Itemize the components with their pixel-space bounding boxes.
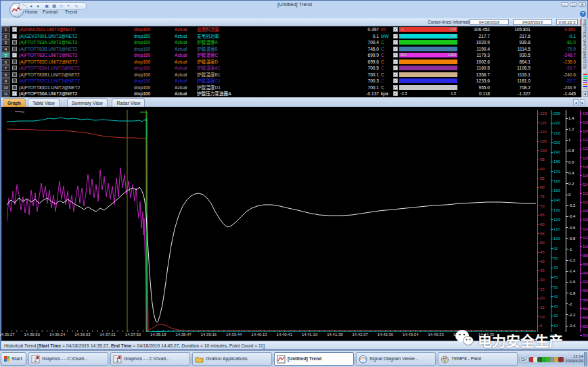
table-row[interactable]: 5✓(A)FTOTT83C.UNIT2@NET2drop160Actual炉膛温… (1, 52, 581, 59)
series-generator-power-MW (7, 118, 536, 332)
help-icon[interactable]: ? (580, 11, 586, 17)
taskbar-button-signal[interactable]: Signal Diagram Viewe... (356, 352, 436, 366)
axis-label: 90 (553, 247, 558, 251)
cursor-row-checkbox[interactable]: ✓ (393, 34, 398, 39)
axis-label: 40 (553, 295, 558, 299)
signal-line-icon[interactable]: ∿ (74, 3, 78, 8)
axis-tick (537, 233, 539, 234)
window-title: [Untitled] Trend (1, 1, 588, 7)
strip-scroll-down-icon[interactable]: ▾ (583, 91, 588, 97)
menu-home[interactable]: Home (25, 9, 38, 14)
start-button[interactable]: Start (1, 352, 26, 366)
axis-tick (566, 238, 568, 239)
signal-name: (A)FTOTT83D1.UNIT2@NET2 (19, 84, 133, 91)
menu-trend[interactable]: Trend (65, 9, 77, 14)
cursor-row-checkbox[interactable]: ✓ (393, 91, 398, 96)
axis-tick (537, 141, 539, 142)
forward-arrow-icon[interactable]: ▸ (37, 3, 39, 8)
chart-window-dropdown-icon[interactable]: ▣ (45, 3, 49, 8)
signal-description: 发电机功率 (197, 33, 298, 40)
tab-graph[interactable]: Graph (3, 98, 26, 107)
signal-value: 700.1 (319, 72, 379, 78)
row-checkbox[interactable]: ✓ (12, 27, 17, 32)
cursor-row-checkbox[interactable]: ✓ (393, 40, 398, 45)
paint-icon (440, 355, 449, 364)
table-row[interactable]: 2✓(A)GEV3T001.UNIT2@NET2drop160Actual发电机… (1, 33, 581, 40)
row-checkbox[interactable] (12, 85, 17, 90)
grid-icon[interactable]: ▦ (52, 3, 56, 8)
taskbar-button-folder[interactable]: Ovation Applications (192, 352, 272, 366)
table-row[interactable]: 11✓(A)FTOPT56A.UNIT2@NET2drop160Actual炉膛… (1, 91, 581, 97)
axis-label: 115 (540, 121, 547, 125)
row-checkbox[interactable] (12, 59, 17, 64)
highlight-icon[interactable]: ◇ (60, 3, 63, 8)
taskbar-button-graphics-2[interactable]: 2Graphics - - C:\Ovati... (28, 352, 108, 366)
axis-label: 1300 (583, 112, 588, 116)
row-checkbox[interactable] (12, 72, 17, 77)
axis-label: 60 (553, 275, 558, 279)
axis-label: 50 (540, 241, 545, 245)
row-checkbox[interactable]: ✓ (12, 91, 17, 96)
axis-tick (566, 249, 568, 249)
trend-graph-area[interactable]: 1201151101051009590858075706560555045403… (1, 107, 588, 341)
table-row[interactable]: 1✓(A)03A02601.UNIT2@NET2drop160Actual总燃料… (1, 26, 581, 33)
trend-chart-dropdown-icon[interactable]: 📉 (22, 3, 28, 8)
time-label: 14:39:44 (221, 333, 248, 337)
axis-tick (580, 282, 582, 283)
row-checkbox[interactable] (12, 40, 17, 45)
axis-tick (566, 195, 568, 195)
tab-radar-view[interactable]: Radar View (112, 98, 145, 107)
cursor-delta-field[interactable]: 0:00:22.5 (556, 19, 578, 25)
trend-plot[interactable] (7, 110, 536, 332)
cursor-row-checkbox[interactable]: ✓ (393, 47, 398, 51)
cursor-time2-field[interactable]: 04/18/2019 14:38:00.300 (513, 19, 552, 25)
show-desktop-button[interactable] (584, 352, 587, 366)
row-checkbox[interactable] (12, 78, 17, 83)
row-checkbox[interactable]: ✓ (12, 34, 17, 39)
tab-table-view[interactable]: Table View (28, 98, 60, 107)
back-arrow-icon[interactable]: ◂ (30, 3, 32, 8)
table-side-strip[interactable]: FTOTT83C.UNIT2@NET2 [5] ▾ (581, 18, 588, 97)
tab-scroll-left-icon[interactable]: ◂ (573, 99, 579, 105)
taskbar-button-label: Graphics - - C:\Ovati... (124, 353, 170, 365)
menu-format[interactable]: Format (43, 9, 58, 14)
taskbar-clock[interactable]: 13:142019/4/20 (564, 354, 583, 364)
taskbar-button-trend[interactable]: [Untitled] Trend (274, 352, 354, 366)
table-row[interactable]: 10(A)FTOTT83D1.UNIT2@NET2drop160Actual炉膛… (1, 84, 581, 91)
taskbar-button-paint[interactable]: TEMP8 - Paint (438, 352, 518, 366)
language-indicator[interactable]: CH (520, 357, 528, 362)
axis-tick (537, 252, 539, 253)
axis-label: 80 (553, 256, 558, 260)
cursor-row-checkbox[interactable]: ✓ (393, 27, 398, 32)
graphics-1-icon: 1 (113, 355, 122, 364)
tab-scroll-right-icon[interactable]: ▸ (580, 99, 585, 105)
table-row[interactable]: 7(A)FTOTT83A1.UNIT2@NET2drop160Actual炉膛温… (1, 65, 581, 72)
cursor-row-checkbox[interactable]: ✓ (393, 78, 398, 83)
table-row[interactable]: 9(A)FTOTT83C1.UNIT2@NET2drop160Actual炉膛温… (1, 78, 581, 84)
row-checkbox[interactable] (12, 47, 17, 51)
axis-label: 5 (540, 324, 542, 328)
tray-icon[interactable] (558, 357, 564, 362)
cursor-row-checkbox[interactable]: ✓ (393, 53, 398, 57)
row-checkbox[interactable] (12, 66, 17, 70)
table-row[interactable]: 3(A)FTOTT83A.UNIT2@NET2drop160Actual炉膛温度… (1, 39, 581, 46)
close-button[interactable]: ✕ (579, 2, 586, 7)
add-dropdown-icon[interactable]: + (67, 3, 70, 8)
taskbar-button-graphics-1[interactable]: 1Graphics - - C:\Ovati... (110, 352, 190, 366)
cursor-row-checkbox[interactable]: ✓ (393, 59, 398, 64)
signal-unit: C (381, 46, 393, 53)
axis-tick (566, 129, 568, 130)
cursor-row-checkbox[interactable]: ✓ (393, 85, 398, 90)
cursor-row-checkbox[interactable]: ✓ (393, 72, 398, 77)
minimize-button[interactable]: ‒ (561, 2, 568, 7)
cursor-row-checkbox[interactable]: ✓ (393, 66, 398, 70)
table-row[interactable]: 8(A)FTOTT83B1.UNIT2@NET2drop160Actual炉膛温… (1, 72, 581, 78)
table-row[interactable]: 6(A)FTOTT83D.UNIT2@NET2drop160Actual炉膛温度… (1, 59, 581, 66)
cursor-time1-field[interactable]: 04/18/2019 14:37:37.800 (470, 19, 509, 25)
table-row[interactable]: 4(A)FTOTT83B.UNIT2@NET2drop160Actual炉膛温度… (1, 46, 581, 53)
axis-label: 10 (540, 315, 545, 319)
tab-summary-view[interactable]: Summary View (67, 98, 108, 107)
maximize-button[interactable]: ▢ (570, 2, 577, 7)
axis-label: 980 (583, 253, 588, 258)
row-checkbox[interactable]: ✓ (12, 53, 17, 57)
